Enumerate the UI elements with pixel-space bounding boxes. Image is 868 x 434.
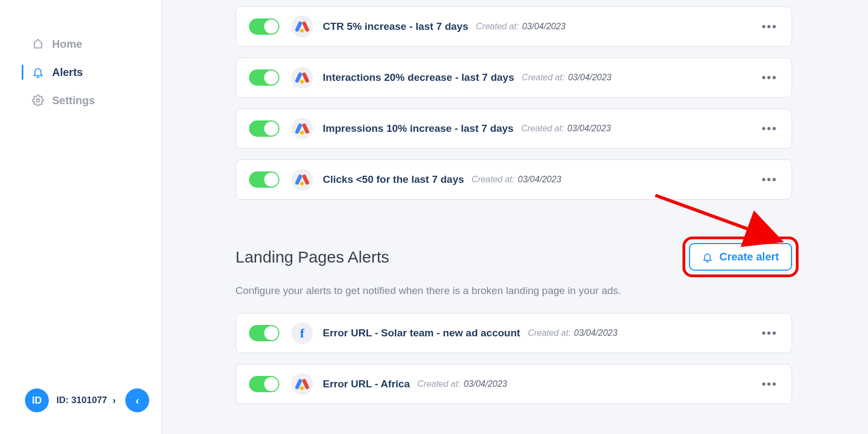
alert-title: Error URL - Solar team - new ad account: [323, 327, 520, 339]
sidebar: Home Alerts Settings ID ID: 3101077 › ‹: [0, 0, 162, 434]
network-icon: [291, 67, 313, 88]
more-menu-button[interactable]: •••: [762, 326, 777, 340]
bell-icon: [31, 66, 44, 79]
alert-toggle[interactable]: [249, 18, 279, 35]
svg-line-1: [655, 195, 775, 239]
alert-row: Impressions 10% increase - last 7 days C…: [235, 108, 792, 149]
alert-row: Clicks <50 for the last 7 days Created a…: [235, 159, 792, 200]
section-description: Configure your alerts to get notified wh…: [235, 285, 792, 297]
facebook-icon: f: [300, 326, 304, 341]
account-id[interactable]: ID: 3101077: [56, 395, 107, 406]
section-title: Landing Pages Alerts: [235, 248, 390, 266]
gear-icon: [31, 94, 44, 107]
sidebar-item-label: Home: [52, 38, 82, 50]
more-menu-button[interactable]: •••: [762, 122, 777, 136]
network-icon: [291, 118, 313, 139]
home-icon: [31, 37, 44, 50]
created-date: 03/04/2023: [567, 124, 611, 133]
more-menu-button[interactable]: •••: [762, 20, 777, 34]
more-menu-button[interactable]: •••: [762, 173, 777, 187]
created-label: Created at:: [417, 379, 460, 389]
google-ads-icon: [297, 72, 308, 83]
more-menu-button[interactable]: •••: [762, 377, 777, 391]
sidebar-item-settings[interactable]: Settings: [0, 86, 161, 114]
alert-row: Error URL - Africa Created at: 03/04/202…: [235, 364, 792, 404]
collapse-sidebar-button[interactable]: ‹: [125, 388, 149, 412]
more-menu-button[interactable]: •••: [762, 71, 777, 85]
sidebar-item-label: Alerts: [52, 66, 83, 79]
sidebar-item-label: Settings: [52, 94, 95, 107]
nav: Home Alerts Settings: [0, 0, 161, 114]
created-date: 03/04/2023: [574, 328, 617, 338]
id-badge: ID: [25, 388, 49, 412]
alert-row: Interactions 20% decrease - last 7 days …: [235, 58, 792, 98]
network-icon: [291, 169, 313, 190]
alert-title: CTR 5% increase - last 7 days: [323, 21, 468, 33]
create-alert-label: Create alert: [719, 251, 779, 263]
alert-row: f Error URL - Solar team - new ad accoun…: [235, 313, 792, 353]
svg-point-0: [36, 99, 40, 102]
google-ads-icon: [297, 21, 308, 32]
bell-icon: [702, 252, 713, 263]
alert-title: Clicks <50 for the last 7 days: [323, 174, 464, 186]
network-icon: [291, 373, 313, 395]
alert-toggle[interactable]: [249, 69, 279, 86]
network-icon: [291, 16, 313, 37]
created-label: Created at:: [522, 73, 565, 82]
created-label: Created at:: [528, 328, 571, 338]
alert-title: Impressions 10% increase - last 7 days: [323, 123, 514, 135]
created-date: 03/04/2023: [568, 73, 611, 82]
created-label: Created at:: [521, 124, 564, 133]
created-label: Created at:: [471, 175, 514, 184]
created-label: Created at:: [476, 22, 519, 31]
google-ads-icon: [297, 379, 308, 390]
alert-toggle[interactable]: [249, 376, 279, 392]
alert-toggle[interactable]: [249, 325, 279, 341]
chevron-right-icon[interactable]: ›: [113, 395, 116, 406]
created-date: 03/04/2023: [464, 379, 507, 389]
alert-toggle[interactable]: [249, 120, 279, 137]
alert-title: Error URL - Africa: [323, 378, 410, 390]
create-alert-button[interactable]: Create alert: [689, 243, 792, 271]
main-content: CTR 5% increase - last 7 days Created at…: [162, 0, 868, 434]
created-date: 03/04/2023: [518, 175, 561, 184]
sidebar-item-home[interactable]: Home: [0, 30, 161, 58]
alert-row: CTR 5% increase - last 7 days Created at…: [235, 7, 792, 47]
sidebar-footer: ID ID: 3101077 › ‹: [0, 388, 161, 412]
landing-alerts-list: f Error URL - Solar team - new ad accoun…: [235, 313, 792, 404]
zone1-alerts-list: CTR 5% increase - last 7 days Created at…: [235, 7, 792, 200]
network-icon: f: [291, 322, 313, 344]
google-ads-icon: [297, 174, 308, 185]
alert-toggle[interactable]: [249, 171, 279, 188]
sidebar-item-alerts[interactable]: Alerts: [0, 58, 161, 86]
created-date: 03/04/2023: [522, 22, 565, 31]
alert-title: Interactions 20% decrease - last 7 days: [323, 72, 514, 84]
landing-section-header: Landing Pages Alerts Create alert: [235, 243, 792, 271]
google-ads-icon: [297, 123, 308, 134]
